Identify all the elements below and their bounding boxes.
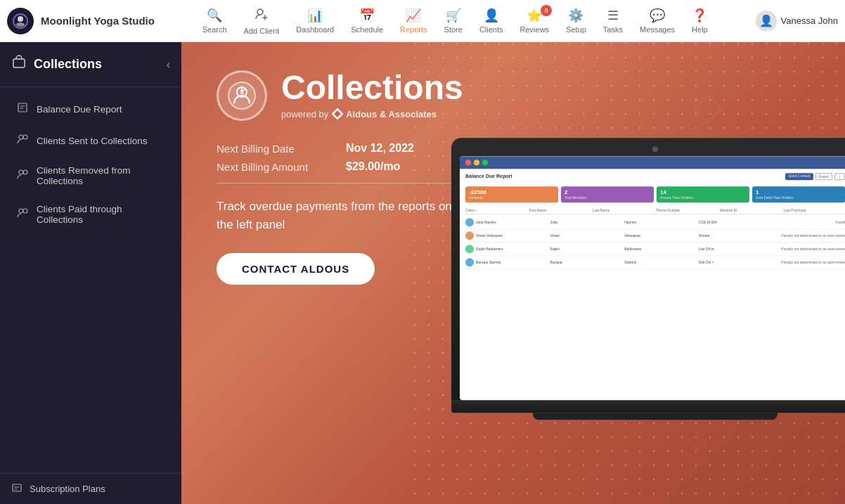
row-name-3: Ralph Baldomero xyxy=(476,247,548,251)
tasks-icon: ☰ xyxy=(607,8,619,23)
stat-auto-label: Auto-Debit Paid Holders xyxy=(756,195,841,200)
nav-label-reports: Reports xyxy=(400,25,427,34)
col-last-name: Last Name xyxy=(593,208,654,212)
sidebar-footer-subscription[interactable]: Subscription Plans xyxy=(0,473,181,504)
svg-point-8 xyxy=(19,170,23,174)
laptop-camera xyxy=(652,146,658,152)
stat-trial-label: Trial Members xyxy=(565,195,650,200)
screen-quick-contact-btn: Quick Contact xyxy=(785,173,813,180)
dashboard-icon: 📊 xyxy=(307,8,323,23)
nav-label-clients: Clients xyxy=(479,25,503,34)
main-layout: Collections ‹ Balance Due Report xyxy=(0,42,845,504)
svg-point-1 xyxy=(18,16,23,22)
nav-label-add-client: Add Client xyxy=(244,27,280,35)
sidebar: Collections ‹ Balance Due Report xyxy=(0,42,181,504)
svg-text:$: $ xyxy=(240,89,243,96)
aldous-logo-icon xyxy=(331,108,344,120)
billing-divider xyxy=(217,183,470,183)
top-nav: Moonlight Yoga Studio 🔍 Search Add Clien… xyxy=(0,0,845,42)
nav-item-clients[interactable]: 👤 Clients xyxy=(472,4,510,38)
brand-name: Moonlight Yoga Studio xyxy=(41,15,155,27)
sidebar-collapse-button[interactable]: ‹ xyxy=(167,58,170,71)
content-area: $ Collections powered by Aldous xyxy=(181,42,845,504)
svg-point-10 xyxy=(19,209,23,213)
clients-sent-icon xyxy=(17,134,28,148)
screen-topbar xyxy=(460,156,845,169)
stat-amounts-val: -$2500 xyxy=(469,189,555,195)
screen-stats: -$2500 Amounts 2 Trial Members 14 Access… xyxy=(465,186,845,202)
nav-item-messages[interactable]: 💬 Messages xyxy=(633,4,682,38)
sidebar-label-balance-due-report: Balance Due Report xyxy=(37,104,122,115)
col-first-name: First Name xyxy=(529,208,591,212)
messages-icon: 💬 xyxy=(650,8,665,23)
sidebar-title: Collections xyxy=(34,57,102,72)
screen-export-btn: Export xyxy=(815,173,832,180)
laptop-screen: Balance Due Report Quick Contact Export … xyxy=(460,156,845,401)
laptop-base xyxy=(451,400,845,413)
nav-item-reports[interactable]: 📈 Reports xyxy=(393,4,434,38)
nav-item-tasks[interactable]: ☰ Tasks xyxy=(596,4,630,38)
nav-label-reviews: Reviews xyxy=(520,25,550,34)
row-avatar-1 xyxy=(465,218,474,226)
nav-item-reviews[interactable]: ⭐ 8 Reviews xyxy=(513,4,557,38)
nav-item-store[interactable]: 🛒 Store xyxy=(437,4,470,38)
stat-access-val: 14 xyxy=(660,189,746,195)
add-client-icon xyxy=(254,7,269,25)
stat-access-label: Access Pass Holders xyxy=(660,195,746,200)
nav-label-help: Help xyxy=(692,25,708,34)
nav-right: 👤 Vanessa John xyxy=(756,11,838,32)
subscription-label: Subscription Plans xyxy=(30,484,105,494)
user-name: Vanessa John xyxy=(781,15,838,26)
row-avatar-3 xyxy=(465,245,474,253)
sidebar-label-clients-removed: Clients Removed from Collections xyxy=(37,165,165,186)
sidebar-item-clients-removed-from-collections[interactable]: Clients Removed from Collections xyxy=(6,157,176,195)
svg-point-6 xyxy=(19,135,23,139)
nav-item-search[interactable]: 🔍 Search xyxy=(195,4,234,38)
help-icon: ❓ xyxy=(692,8,707,23)
collections-heading: Collections xyxy=(281,71,463,105)
subscription-icon xyxy=(11,482,22,496)
col-phone: Phone Number xyxy=(657,208,718,212)
user-avatar-icon: 👤 xyxy=(756,11,777,32)
balance-due-report-icon xyxy=(17,102,28,116)
sidebar-header: Collections ‹ xyxy=(0,42,181,87)
nav-item-help[interactable]: ❓ Help xyxy=(685,4,715,38)
nav-item-dashboard[interactable]: 📊 Dashboard xyxy=(289,4,341,38)
collections-header: $ Collections powered by Aldous xyxy=(217,70,810,121)
nav-label-tasks: Tasks xyxy=(603,25,623,34)
setup-icon: ⚙️ xyxy=(568,8,583,23)
svg-rect-12 xyxy=(13,484,21,491)
stat-trial-val: 2 xyxy=(565,189,650,195)
col-client: Client ↑ xyxy=(465,208,527,212)
nav-item-setup[interactable]: ⚙️ Setup xyxy=(559,4,593,38)
powered-by-text: powered by Aldous & Associates xyxy=(281,108,463,120)
next-billing-amount-label: Next Billing Amount xyxy=(217,161,329,173)
sidebar-item-balance-due-report[interactable]: Balance Due Report xyxy=(6,93,176,124)
nav-item-add-client[interactable]: Add Client xyxy=(237,3,287,39)
sidebar-item-clients-paid-through-collections[interactable]: Clients Paid through Collections xyxy=(6,195,176,233)
collections-logo-icon: $ xyxy=(217,70,267,121)
row-name-1: Julia Haynes xyxy=(476,220,548,224)
clients-paid-icon xyxy=(17,207,28,221)
store-icon: 🛒 xyxy=(446,8,461,23)
svg-rect-4 xyxy=(13,59,25,67)
nav-label-schedule: Schedule xyxy=(351,25,383,34)
clients-icon: 👤 xyxy=(484,8,499,23)
svg-point-9 xyxy=(23,170,27,174)
sidebar-items: Balance Due Report Clients Sent to Colle… xyxy=(0,87,181,473)
sidebar-item-clients-sent-to-collections[interactable]: Clients Sent to Collections xyxy=(6,125,176,156)
nav-item-schedule[interactable]: 📅 Schedule xyxy=(344,4,390,38)
svg-point-3 xyxy=(257,9,263,15)
row-name-2: Vivian Velasquez xyxy=(476,233,548,238)
contact-aldous-button[interactable]: CONTACT ALDOUS xyxy=(217,253,375,285)
svg-point-2 xyxy=(16,22,25,27)
col-member-id: Member ID xyxy=(720,208,782,212)
sidebar-label-clients-sent: Clients Sent to Collections xyxy=(37,136,148,146)
collections-sidebar-icon xyxy=(11,55,27,74)
user-menu[interactable]: 👤 Vanessa John xyxy=(756,11,838,32)
table-row: Banque Starrick Banque Starrick Ock OA <… xyxy=(465,256,845,269)
svg-point-11 xyxy=(23,209,27,213)
svg-rect-5 xyxy=(18,103,27,112)
nav-label-messages: Messages xyxy=(640,25,675,34)
screen-dot-green xyxy=(482,160,488,165)
